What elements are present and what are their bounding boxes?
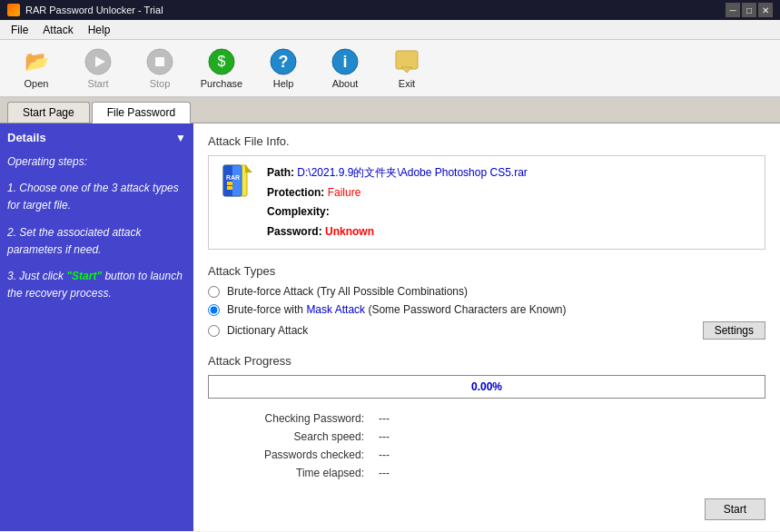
about-button[interactable]: i About bbox=[316, 43, 374, 94]
menu-attack[interactable]: Attack bbox=[35, 22, 80, 38]
settings-button[interactable]: Settings bbox=[703, 321, 765, 340]
maximize-button[interactable]: □ bbox=[742, 3, 756, 17]
sidebar-title: Details bbox=[7, 131, 46, 144]
passwords-checked-value: --- bbox=[371, 446, 765, 464]
svg-text:i: i bbox=[342, 53, 347, 71]
time-elapsed-label: Time elapsed: bbox=[208, 464, 371, 482]
start-button[interactable]: Start bbox=[705, 498, 765, 520]
about-label: About bbox=[332, 78, 359, 89]
help-button[interactable]: ? Help bbox=[254, 43, 312, 94]
svg-rect-17 bbox=[227, 186, 232, 190]
passwords-checked-label: Passwords checked: bbox=[208, 446, 371, 464]
search-speed-label: Search speed: bbox=[208, 428, 371, 446]
tab-file-password[interactable]: File Password bbox=[92, 102, 191, 123]
sidebar-step-3: 3. Just click "Start" button to launch t… bbox=[7, 268, 186, 302]
password-value: Unknown bbox=[325, 225, 374, 238]
path-value: D:\2021.9.9的文件夹\Adobe Photoshop CS5.rar bbox=[297, 166, 527, 179]
exit-button[interactable]: Exit bbox=[378, 43, 436, 94]
svg-rect-14 bbox=[223, 165, 232, 196]
time-elapsed-value: --- bbox=[371, 464, 765, 482]
attack-option-brute-force: Brute-force Attack (Try All Possible Com… bbox=[208, 285, 765, 298]
password-label: Password: bbox=[267, 225, 322, 238]
about-icon: i bbox=[331, 47, 360, 76]
brute-force-label[interactable]: Brute-force Attack (Try All Possible Com… bbox=[227, 285, 468, 298]
main-content: Details ▼ Operating steps: 1. Choose one… bbox=[0, 123, 780, 531]
dictionary-label[interactable]: Dictionary Attack bbox=[227, 324, 308, 337]
start-toolbar-button[interactable]: Start bbox=[69, 43, 127, 94]
toolbar: 📂 Open Start Stop $ Purchase bbox=[0, 40, 780, 98]
table-row: Checking Password: --- bbox=[208, 409, 765, 428]
brute-force-mask-label[interactable]: Brute-force with Mask Attack (Some Passw… bbox=[227, 303, 566, 316]
rar-file-icon: RAR bbox=[220, 163, 256, 200]
help-label: Help bbox=[273, 78, 294, 89]
brute-force-radio[interactable] bbox=[208, 286, 220, 298]
table-row: Search speed: --- bbox=[208, 428, 765, 446]
brute-force-mask-radio[interactable] bbox=[208, 304, 220, 316]
progress-bar: 0.00% bbox=[208, 375, 765, 399]
open-label: Open bbox=[25, 78, 49, 89]
svg-text:$: $ bbox=[218, 54, 226, 69]
complexity-label: Complexity: bbox=[267, 205, 330, 218]
bottom-bar: Start bbox=[208, 493, 765, 520]
file-info-box: RAR Path: D:\2021.9.9的文件夹\Adobe Photosho… bbox=[208, 155, 765, 250]
menu-help[interactable]: Help bbox=[81, 22, 118, 38]
purchase-button[interactable]: $ Purchase bbox=[193, 43, 251, 94]
attack-types-section: Attack Types Brute-force Attack (Try All… bbox=[208, 264, 765, 340]
progress-section: Attack Progress 0.00% Checking Password:… bbox=[208, 354, 765, 482]
svg-rect-3 bbox=[155, 57, 164, 66]
table-row: Time elapsed: --- bbox=[208, 464, 765, 482]
file-details: Path: D:\2021.9.9的文件夹\Adobe Photoshop CS… bbox=[267, 163, 528, 241]
attack-option-dictionary: Dictionary Attack bbox=[208, 324, 308, 337]
progress-title: Attack Progress bbox=[208, 354, 765, 368]
stop-label: Stop bbox=[150, 78, 171, 89]
attack-types-title: Attack Types bbox=[208, 264, 765, 278]
start-icon bbox=[84, 47, 113, 76]
checking-password-label: Checking Password: bbox=[208, 409, 371, 428]
exit-icon bbox=[392, 47, 421, 76]
path-label: Path: bbox=[267, 166, 294, 179]
svg-text:?: ? bbox=[279, 53, 289, 71]
protection-value: Failure bbox=[328, 186, 361, 199]
sidebar: Details ▼ Operating steps: 1. Choose one… bbox=[0, 123, 193, 531]
file-info-title: Attack File Info. bbox=[208, 134, 765, 148]
tabs-bar: Start Page File Password bbox=[0, 98, 780, 123]
attack-option-mask: Brute-force with Mask Attack (Some Passw… bbox=[208, 303, 566, 316]
stop-toolbar-button[interactable]: Stop bbox=[131, 43, 189, 94]
open-button[interactable]: 📂 Open bbox=[7, 43, 65, 94]
start-label: Start bbox=[87, 78, 108, 89]
checking-password-value: --- bbox=[371, 409, 765, 428]
tab-start-page[interactable]: Start Page bbox=[7, 102, 90, 123]
open-icon: 📂 bbox=[22, 47, 51, 76]
svg-rect-10 bbox=[396, 51, 418, 69]
sidebar-step-1: 1. Choose one of the 3 attack types for … bbox=[7, 180, 186, 214]
protection-label: Protection: bbox=[267, 186, 324, 199]
dictionary-radio[interactable] bbox=[208, 325, 220, 337]
sidebar-chevron-icon[interactable]: ▼ bbox=[175, 132, 186, 144]
search-speed-value: --- bbox=[371, 428, 765, 446]
close-button[interactable]: ✕ bbox=[758, 3, 773, 17]
svg-rect-16 bbox=[227, 182, 232, 185]
menu-file[interactable]: File bbox=[4, 22, 35, 38]
title-bar: RAR Password Unlocker - Trial ─ □ ✕ bbox=[0, 0, 780, 20]
table-row: Passwords checked: --- bbox=[208, 446, 765, 464]
menu-bar: File Attack Help bbox=[0, 20, 780, 40]
purchase-icon: $ bbox=[207, 47, 236, 76]
sidebar-step-2: 2. Set the associated attack parameters … bbox=[7, 224, 186, 259]
help-icon: ? bbox=[269, 47, 298, 76]
stats-table: Checking Password: --- Search speed: ---… bbox=[208, 409, 765, 482]
exit-label: Exit bbox=[399, 78, 415, 89]
minimize-button[interactable]: ─ bbox=[726, 3, 740, 17]
svg-marker-11 bbox=[401, 67, 412, 73]
stop-icon bbox=[145, 47, 174, 76]
right-panel: Attack File Info. RAR Path: D:\2021.9.9的… bbox=[193, 123, 780, 531]
svg-text:RAR: RAR bbox=[226, 174, 240, 181]
purchase-label: Purchase bbox=[201, 78, 242, 89]
app-icon bbox=[7, 4, 20, 16]
sidebar-content: Operating steps: 1. Choose one of the 3 … bbox=[7, 153, 186, 302]
window-title: RAR Password Unlocker - Trial bbox=[25, 5, 163, 15]
sidebar-steps-title: Operating steps: bbox=[7, 153, 186, 171]
progress-label: 0.00% bbox=[471, 380, 502, 393]
